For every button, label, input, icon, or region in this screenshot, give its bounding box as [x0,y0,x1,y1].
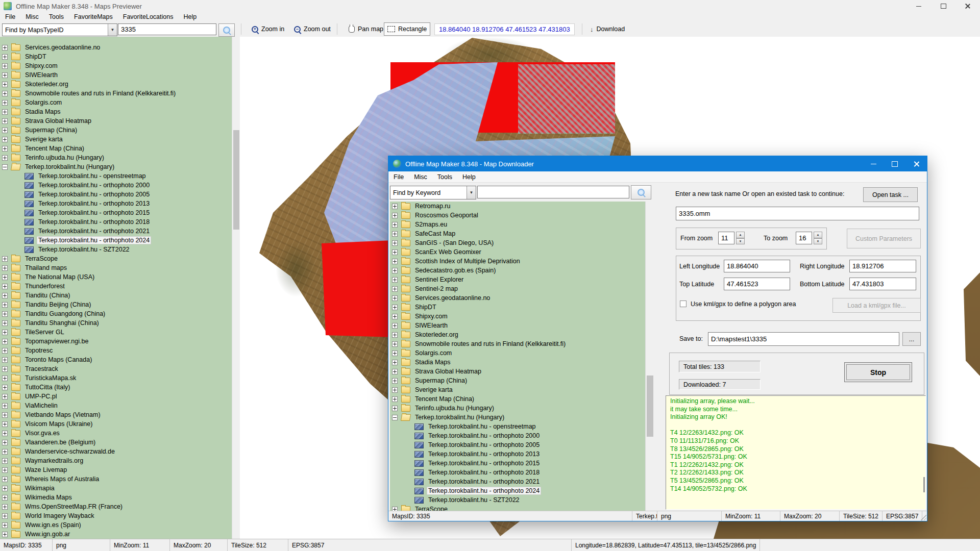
expand-toggle-icon[interactable] [2,357,8,363]
expand-toggle-icon[interactable] [2,137,8,142]
dialog-tree-item[interactable]: Terkep.torokbalint.hu - orthophoto 2024 [390,486,645,495]
expand-toggle-icon[interactable] [2,522,8,528]
sidebar-item[interactable]: Terkep.torokbalint.hu - orthophoto 2005 [0,190,232,199]
sidebar-item[interactable]: Terinfo.ujbuda.hu (Hungary) [0,153,232,162]
expand-toggle-icon[interactable] [2,155,8,161]
dialog-tree-item[interactable]: Sverige karta [390,385,645,394]
dialog-tree-item[interactable]: Terkep.torokbalint.hu - orthophoto 2015 [390,459,645,468]
sidebar-item[interactable]: Whereis Maps of Australia [0,474,232,484]
dialog-menu-item[interactable]: Misc [409,173,432,181]
dialog-minimize-button[interactable] [863,156,884,171]
sidebar-item[interactable]: Thailand maps [0,263,232,272]
close-button[interactable] [955,0,980,12]
to-zoom-input[interactable] [796,232,812,244]
expand-toggle-icon[interactable] [392,350,398,356]
expand-toggle-icon[interactable] [392,360,398,365]
expand-toggle-icon[interactable] [2,504,8,510]
expand-toggle-icon[interactable] [2,458,8,464]
expand-toggle-icon[interactable] [2,265,8,271]
dialog-menu-item[interactable]: Tools [432,173,457,181]
expand-toggle-icon[interactable] [392,507,398,511]
download-button[interactable]: ↓ Download [587,23,628,35]
chevron-down-icon[interactable]: ▼ [108,24,117,36]
expand-toggle-icon[interactable] [2,421,8,427]
expand-toggle-icon[interactable] [392,332,398,338]
expand-toggle-icon[interactable] [2,302,8,308]
expand-toggle-icon[interactable] [392,222,398,228]
dialog-tree-scrollbar-thumb[interactable] [647,375,653,437]
sidebar-item[interactable]: Wikimedia Maps [0,493,232,502]
top-latitude-input[interactable] [724,278,790,290]
dialog-tree-item[interactable]: Strava Global Heatmap [390,367,645,376]
expand-toggle-icon[interactable] [2,477,8,482]
dialog-tree-item[interactable]: Sentinel Explorer [390,275,645,284]
expand-toggle-icon[interactable] [2,128,8,133]
dialog-close-button[interactable] [905,156,927,171]
sidebar-item[interactable]: Wms.OpenStreetMap.FR (France) [0,502,232,511]
sidebar-item[interactable]: Visor.gva.es [0,429,232,438]
sidebar-item[interactable]: ViaMichelin [0,401,232,410]
sidebar-item[interactable]: Terkep.torokbalint.hu - orthophoto 2021 [0,227,232,236]
dialog-tree-item[interactable]: Shipxy.com [390,312,645,321]
dialog-tree-item[interactable]: Sedecatastro.gob.es (Spain) [390,266,645,275]
save-path-input[interactable] [708,332,899,346]
expand-toggle-icon[interactable] [2,91,8,96]
sidebar-item[interactable]: Topotresc [0,346,232,355]
download-log[interactable]: Initializing array, please wait...it may… [666,395,926,510]
kml-checkbox[interactable] [680,300,687,307]
sidebar-item[interactable]: The National Map (USA) [0,272,232,282]
sidebar-item[interactable]: Thunderforest [0,282,232,291]
expand-toggle-icon[interactable] [2,109,8,115]
expand-toggle-icon[interactable] [2,164,8,170]
expand-toggle-icon[interactable] [392,314,398,319]
expand-toggle-icon[interactable] [2,486,8,491]
zoom-out-button[interactable]: − Zoom out [291,23,334,35]
sidebar-item[interactable]: Skoterleder.org [0,80,232,89]
expand-toggle-icon[interactable] [2,45,8,51]
dialog-search-input[interactable] [477,186,629,198]
dialog-tree-item[interactable]: Terkep.torokbalint.hu - SZT2022 [390,495,645,505]
sidebar-item[interactable]: Wanderservice-schwarzwald.de [0,447,232,456]
dialog-tree-item[interactable]: Terkep.torokbalint.hu - orthophoto 2021 [390,477,645,486]
dialog-tree-item[interactable]: TerraScope [390,505,645,511]
sidebar-item[interactable]: Services.geodataonline.no [0,43,232,52]
dialog-tree-item[interactable]: Skoterleder.org [390,330,645,339]
dialog-tree-item[interactable]: Solargis.com [390,348,645,358]
dialog-tree-item[interactable]: SIWEIearth [390,321,645,330]
expand-toggle-icon[interactable] [392,204,398,209]
sidebar-item[interactable]: Terkep.torokbalint.hu - SZT2022 [0,245,232,254]
expand-toggle-icon[interactable] [2,320,8,326]
expand-toggle-icon[interactable] [2,100,8,106]
sidebar-item[interactable]: Terkep.torokbalint.hu - openstreetmap [0,171,232,181]
dialog-tree-item[interactable]: ScanEx Web Geomixer [390,247,645,257]
dialog-tree-item[interactable]: Supermap (China) [390,376,645,385]
chevron-down-icon[interactable]: ▼ [467,186,476,199]
sidebar-item[interactable]: Terkep.torokbalint.hu - orthophoto 2013 [0,199,232,208]
expand-toggle-icon[interactable] [2,330,8,335]
expand-toggle-icon[interactable] [2,348,8,354]
expand-toggle-icon[interactable] [2,394,8,399]
expand-toggle-icon[interactable] [392,295,398,301]
sidebar-item[interactable]: ShipDT [0,52,232,61]
log-scrollbar[interactable] [919,395,926,510]
bottom-latitude-input[interactable] [849,278,916,290]
sidebar-item[interactable]: Supermap (China) [0,126,232,135]
expand-toggle-icon[interactable] [2,256,8,262]
menu-item[interactable]: FavoriteMaps [69,13,118,20]
sidebar-item[interactable]: Solargis.com [0,98,232,107]
sidebar-item[interactable]: World Imagery Wayback [0,511,232,520]
sidebar-item[interactable]: UMP-PC.pl [0,392,232,401]
sidebar-item[interactable]: Www.ign.gob.ar [0,530,232,539]
expand-toggle-icon[interactable] [2,513,8,519]
find-by-dropdown[interactable]: Find by MapsTypeID ▼ [2,23,117,36]
expand-toggle-icon[interactable] [2,339,8,344]
dialog-maximize-button[interactable] [884,156,905,171]
to-zoom-stepper[interactable]: ▲ ▼ [814,232,822,244]
dialog-menu-item[interactable]: Help [457,173,481,181]
expand-toggle-icon[interactable] [2,146,8,152]
sidebar-item[interactable]: Terkep.torokbalint.hu - orthophoto 2018 [0,217,232,227]
open-task-button[interactable]: Open task ... [863,187,918,202]
expand-toggle-icon[interactable] [2,495,8,500]
menu-item[interactable]: Help [178,13,202,20]
expand-toggle-icon[interactable] [392,369,398,374]
